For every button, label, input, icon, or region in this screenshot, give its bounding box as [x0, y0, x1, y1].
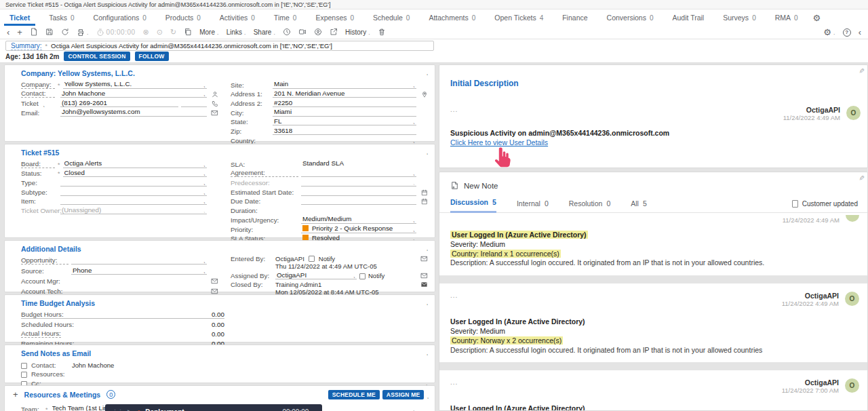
collapse-section-icon[interactable]: ˌ: [427, 391, 429, 399]
item-input[interactable]: ˎ: [60, 197, 207, 205]
expand-note-ellipsis[interactable]: ...: [450, 106, 458, 113]
tab-finance[interactable]: Finance: [553, 9, 597, 26]
expand-note-ellipsis[interactable]: ...: [450, 292, 458, 299]
tab-attachments[interactable]: Attachments0: [419, 9, 485, 26]
board-label[interactable]: Board:: [21, 160, 55, 168]
envelope-icon[interactable]: [419, 255, 429, 270]
history-menu[interactable]: Historyˎ: [345, 28, 370, 36]
reset-timer-icon[interactable]: ↻: [170, 28, 176, 37]
zip-input[interactable]: 33618: [273, 127, 416, 135]
estimated-start-input[interactable]: [301, 188, 416, 196]
phone-type-dropdown[interactable]: Ticket ˎ: [21, 100, 55, 107]
tab-discussion[interactable]: Discussion5: [450, 198, 496, 213]
phone-ext-input[interactable]: [181, 99, 207, 107]
copy-icon[interactable]: [184, 28, 192, 37]
tab-surveys[interactable]: Surveys0: [713, 9, 766, 26]
person-circle-icon[interactable]: [314, 28, 322, 37]
new-document-icon[interactable]: [30, 28, 38, 37]
collapse-section-icon[interactable]: ˌ: [426, 68, 429, 75]
summary-label[interactable]: Summary:: [11, 42, 42, 50]
links-menu[interactable]: Linksˎ: [226, 28, 246, 36]
collapse-panel-icon[interactable]: ‹: [859, 28, 861, 37]
delete-icon[interactable]: [378, 28, 386, 37]
tab-audit-trail[interactable]: Audit Trail: [663, 9, 714, 26]
map-pin-icon[interactable]: [419, 91, 429, 98]
tab-rma[interactable]: RMA0: [766, 9, 808, 26]
tab-configurations[interactable]: Configurations0: [84, 9, 156, 26]
agreement-label[interactable]: Agreement:: [231, 169, 298, 177]
tab-products[interactable]: Products0: [156, 9, 210, 26]
collapse-section-icon[interactable]: ˌ: [426, 348, 429, 355]
tab-expenses[interactable]: Expenses0: [306, 9, 363, 26]
edit-pencil-icon[interactable]: ✎: [857, 175, 865, 180]
settings-gear-menu[interactable]: ⚙ˎ: [823, 28, 835, 37]
collapse-section-icon[interactable]: ˌ: [426, 243, 429, 251]
calendar-icon[interactable]: [419, 198, 429, 205]
time-entry-timer[interactable]: 00:00:00: [96, 28, 136, 37]
email-input[interactable]: John@yellowsystems.com: [60, 109, 207, 117]
priority-input[interactable]: Priority 2 - Quick Responseˎ: [301, 225, 416, 233]
budget-hours-value[interactable]: 0.00: [184, 311, 224, 318]
expand-note-ellipsis[interactable]: ...: [450, 378, 458, 386]
envelope-filled-icon[interactable]: [419, 281, 429, 296]
tab-open-tickets[interactable]: Open Tickets4: [485, 9, 553, 26]
control-session-button[interactable]: CONTROL SESSION: [64, 52, 130, 61]
tab-all[interactable]: All5: [631, 199, 647, 212]
summary-field[interactable]: Summary: * Octiga Alert Suspicious Activ…: [5, 41, 434, 51]
customer-updated-checkbox[interactable]: [792, 200, 798, 208]
tab-conversions[interactable]: Conversions0: [597, 9, 663, 26]
tab-time[interactable]: Time0: [264, 9, 307, 26]
country-input[interactable]: ˎ: [273, 136, 416, 144]
new-note-button[interactable]: New Note: [439, 172, 867, 190]
notes-contact-checkbox[interactable]: [21, 363, 27, 369]
play-icon[interactable]: ▶: [127, 408, 132, 411]
impact-input[interactable]: Medium/Mediumˎ: [301, 216, 416, 224]
chevron-down-icon[interactable]: ˎ: [313, 409, 315, 411]
phone-input[interactable]: (813) 269-2601: [60, 99, 178, 107]
company-input[interactable]: Yellow Systems, L.L.C.ˎ: [63, 81, 207, 89]
deployment-timer-widget[interactable]: ⋮⋮ ▶ ● Deployment 00:00:00 ˎ: [105, 404, 322, 411]
add-resource-icon[interactable]: +: [13, 389, 18, 399]
clock-icon[interactable]: [283, 28, 291, 37]
opportunity-input[interactable]: ˎ: [71, 256, 207, 265]
company-label[interactable]: Company:: [21, 81, 55, 89]
board-input[interactable]: Octiga Alertsˎ: [63, 160, 207, 168]
back-icon[interactable]: ‹: [7, 28, 9, 37]
assign-me-button[interactable]: ASSIGN ME: [382, 390, 425, 399]
pop-out-icon[interactable]: [330, 28, 338, 37]
resources-meetings-header[interactable]: Resources & Meetings: [24, 391, 101, 399]
company-header-link[interactable]: Company: Yellow Systems, L.L.C.: [5, 65, 435, 79]
subtype-input[interactable]: ˎ: [60, 188, 207, 196]
tab-internal[interactable]: Internal0: [517, 199, 549, 212]
refresh-icon[interactable]: [61, 28, 69, 37]
collapse-section-icon[interactable]: ˌ: [426, 298, 429, 305]
tab-schedule[interactable]: Schedule0: [363, 9, 419, 26]
due-date-input[interactable]: [301, 197, 416, 205]
site-input[interactable]: Mainˎ: [273, 81, 416, 89]
notes-resources-checkbox[interactable]: [21, 372, 27, 378]
print-button[interactable]: ˎ: [77, 28, 89, 37]
schedule-me-button[interactable]: SCHEDULE ME: [328, 390, 380, 399]
assigned-by-input[interactable]: OctigaAPIˎ: [275, 271, 357, 279]
contact-label[interactable]: Contact:: [21, 90, 55, 98]
stop-timer-icon[interactable]: ⊗: [143, 28, 149, 37]
new-plus-icon[interactable]: +: [17, 28, 22, 37]
edit-pencil-icon[interactable]: ✎: [857, 68, 865, 73]
tab-activities[interactable]: Activities0: [210, 9, 264, 26]
tab-resolution[interactable]: Resolution0: [569, 199, 610, 212]
view-user-details-link[interactable]: Click Here to view User Details: [450, 138, 548, 146]
drag-handle-icon[interactable]: ⋮⋮: [112, 408, 123, 411]
actual-hours-label[interactable]: Actual Hours:: [21, 330, 61, 338]
follow-button[interactable]: FOLLOW: [135, 52, 169, 61]
phone-icon[interactable]: [210, 100, 220, 107]
record-timer-icon[interactable]: ⊙: [157, 28, 163, 37]
city-input[interactable]: Miami: [273, 109, 416, 117]
source-input[interactable]: Phoneˎ: [71, 267, 207, 275]
address2-input[interactable]: #2250: [273, 99, 416, 107]
envelope-icon[interactable]: [419, 272, 429, 279]
contact-input[interactable]: John Machoneˎ: [60, 90, 207, 98]
type-input[interactable]: ˎ: [60, 178, 207, 187]
predecessor-input[interactable]: ˎ: [301, 178, 416, 187]
person-icon[interactable]: [210, 91, 220, 98]
more-menu[interactable]: Moreˎ: [199, 28, 218, 36]
